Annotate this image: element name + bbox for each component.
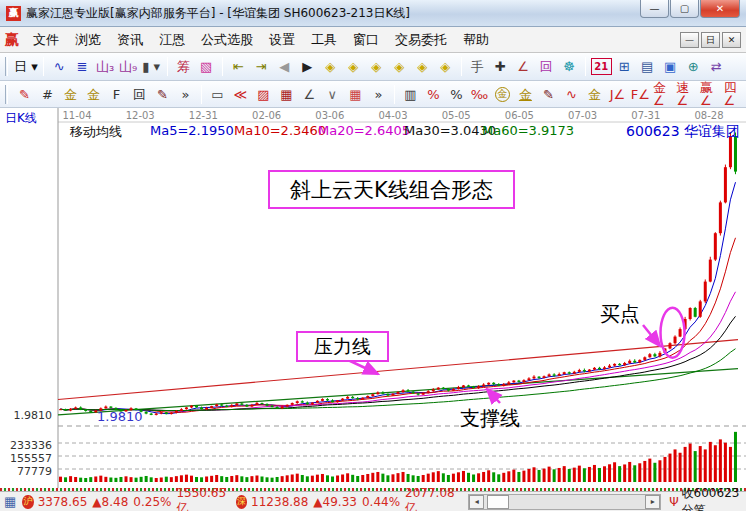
box-fan-icon[interactable]: ▨ — [253, 84, 274, 105]
gold-grid2-icon[interactable]: 金 — [83, 84, 104, 105]
last-page-icon[interactable]: ⇥ — [251, 56, 272, 77]
quote-list-icon[interactable]: ≣ — [72, 56, 93, 77]
sh-index-value: 3378.65 — [38, 495, 88, 509]
brush2-icon[interactable]: ✎ — [538, 84, 559, 105]
matrix-grid-icon[interactable]: ▦ — [345, 84, 366, 105]
trend-curve-icon[interactable]: ∿ — [49, 56, 70, 77]
crosshair-tool-icon[interactable]: ✚ — [490, 56, 511, 77]
percent-icon[interactable]: % — [446, 84, 467, 105]
scroll-left-arrow[interactable]: ◂ — [469, 495, 484, 509]
diamond-left-icon[interactable]: ◈ — [320, 56, 341, 77]
angle-fan-icon[interactable]: ∠ — [299, 84, 320, 105]
child-close-button[interactable]: ✕ — [722, 32, 741, 48]
menu-item-2[interactable]: 资讯 — [109, 29, 151, 50]
application-window: 赢 赢家江恩专业版[赢家内部服务平台] - [华谊集团 SH600623-213… — [0, 0, 746, 511]
toolbar-grip[interactable] — [5, 57, 8, 76]
chip-dist-icon[interactable]: 筹 — [173, 56, 194, 77]
notes-icon[interactable]: ▤ — [637, 56, 658, 77]
shanghai-badge-icon: 沪 — [22, 495, 33, 509]
more-tools2-button[interactable]: » — [368, 84, 389, 105]
save-icon[interactable]: ▣ — [660, 56, 681, 77]
svg-text:12-31: 12-31 — [189, 110, 218, 121]
minute9-chart-icon[interactable]: 山₉ — [118, 56, 139, 77]
fan-lines-icon[interactable]: ≪ — [230, 84, 251, 105]
more-tools-button[interactable]: » — [175, 84, 196, 105]
next-bar-icon[interactable]: ▶ — [297, 56, 318, 77]
maximize-button[interactable]: ▢ — [670, 0, 699, 18]
minute3-chart-icon[interactable]: 山₃ — [95, 56, 116, 77]
diamond-full-icon[interactable]: ◈ — [435, 56, 456, 77]
ma-legend-item-0: Ma5=2.1950 — [150, 123, 234, 138]
calendar-icon[interactable]: 21 — [591, 58, 612, 75]
horizontal-scrollbar[interactable]: ◂ ▸ — [468, 494, 661, 510]
gold-underline-icon[interactable]: 金 — [584, 84, 605, 105]
toolbar-separator — [585, 57, 586, 76]
close-button[interactable]: ✕ — [700, 0, 740, 18]
candle-style-button[interactable]: ▮ ▾ — [141, 56, 162, 77]
box-grid-icon[interactable]: ▦ — [276, 84, 297, 105]
scroll-right-arrow[interactable]: ▸ — [645, 495, 660, 509]
box-tool-icon[interactable]: ▭ — [207, 84, 228, 105]
remote-sync-icon[interactable]: ⇄ — [706, 56, 727, 77]
menu-item-0[interactable]: 文件 — [25, 29, 67, 50]
network-icon[interactable]: ⊕ — [683, 56, 704, 77]
diamond-compress-icon[interactable]: ◈ — [389, 56, 410, 77]
hand-tool-icon[interactable]: 手 — [467, 56, 488, 77]
first-page-icon[interactable]: ⇤ — [228, 56, 249, 77]
kline-chart[interactable]: 11-0412-0312-3102-0603-0604-0305-0506-05… — [0, 108, 746, 488]
zigzag-icon[interactable]: ∨ — [322, 84, 343, 105]
menu-item-8[interactable]: 交易委托 — [387, 29, 455, 50]
volume-axis-label-3: 77779 — [2, 465, 52, 478]
menu-item-4[interactable]: 公式选股 — [193, 29, 261, 50]
gann-box-icon[interactable]: 回 — [536, 56, 557, 77]
child-minimize-button[interactable]: — — [680, 32, 699, 48]
grid-tool-icon[interactable]: # — [37, 84, 58, 105]
gold-grid-icon[interactable]: 金 — [60, 84, 81, 105]
brush-grid-icon[interactable]: ✎ — [152, 84, 173, 105]
win-angle-icon[interactable]: 赢∠ — [700, 84, 722, 105]
menu-item-1[interactable]: 浏览 — [67, 29, 109, 50]
f-angle-icon[interactable]: F∠ — [630, 84, 651, 105]
gold-line-icon[interactable]: 金 — [515, 84, 536, 105]
angle-measure-icon[interactable]: ∠ — [513, 56, 534, 77]
child-restore-button[interactable]: 日 — [701, 32, 720, 48]
sh-index-change: ▲8.48 — [92, 495, 128, 509]
menu-item-6[interactable]: 工具 — [303, 29, 345, 50]
menu-item-5[interactable]: 设置 — [261, 29, 303, 50]
menu-item-9[interactable]: 帮助 — [455, 29, 497, 50]
svg-text:11-04: 11-04 — [62, 110, 91, 121]
menu-items: 文件浏览资讯江恩公式选股设置工具窗口交易委托帮助 — [25, 31, 497, 49]
minimize-button[interactable]: — — [640, 0, 669, 18]
diamond-expand-icon[interactable]: ◈ — [412, 56, 433, 77]
percent-retrace-icon[interactable]: % — [423, 84, 444, 105]
date-axis: 11-0412-0312-3102-0603-0604-0305-0506-05… — [62, 110, 723, 121]
measure-bars-icon[interactable]: ▥ — [400, 84, 421, 105]
speed-angle-icon[interactable]: 速∠ — [676, 84, 698, 105]
diamond-hexpand-icon[interactable]: ◈ — [366, 56, 387, 77]
j-angle-icon[interactable]: J∠ — [607, 84, 628, 105]
cycle-grid-icon[interactable]: 回 — [129, 84, 150, 105]
f-grid-icon[interactable]: F — [106, 84, 127, 105]
toolbar-grip[interactable] — [5, 85, 8, 104]
color-histogram-icon[interactable]: ▧ — [196, 56, 217, 77]
volume-axis-label-2: 155557 — [2, 452, 52, 465]
volume-series — [59, 432, 737, 482]
gann-wheel-icon[interactable]: ☸ — [559, 56, 580, 77]
gold-circle-icon[interactable]: 金 — [492, 84, 513, 105]
prev-bar-icon[interactable]: ◀ — [274, 56, 295, 77]
permille-icon[interactable]: ‰ — [469, 84, 490, 105]
draw-brush-icon[interactable]: ✎ — [14, 84, 35, 105]
wave-band-icon[interactable]: ∿ — [561, 84, 582, 105]
main-toolbar: 日 ▾∿≣山₃山₉▮ ▾筹▧⇤⇥◀▶◈◈◈◈◈◈手✚∠回☸21⊞▤▣⊕⇄ — [0, 53, 746, 81]
toolbar-separator — [461, 57, 462, 76]
menu-item-3[interactable]: 江恩 — [151, 29, 193, 50]
menu-item-7[interactable]: 窗口 — [345, 29, 387, 50]
title-bar[interactable]: 赢 赢家江恩专业版[赢家内部服务平台] - [华谊集团 SH600623-213… — [0, 0, 746, 27]
four-angle-icon[interactable]: 四∠ — [723, 84, 745, 105]
scrollbar-thumb[interactable] — [487, 495, 509, 509]
calculator-icon[interactable]: ⊞ — [614, 56, 635, 77]
kline-period-button[interactable]: 日 ▾ — [14, 56, 38, 77]
diamond-right-icon[interactable]: ◈ — [343, 56, 364, 77]
market-grid-icon[interactable]: ▦ — [4, 494, 16, 509]
gold-angle-icon[interactable]: 金∠ — [653, 84, 675, 105]
